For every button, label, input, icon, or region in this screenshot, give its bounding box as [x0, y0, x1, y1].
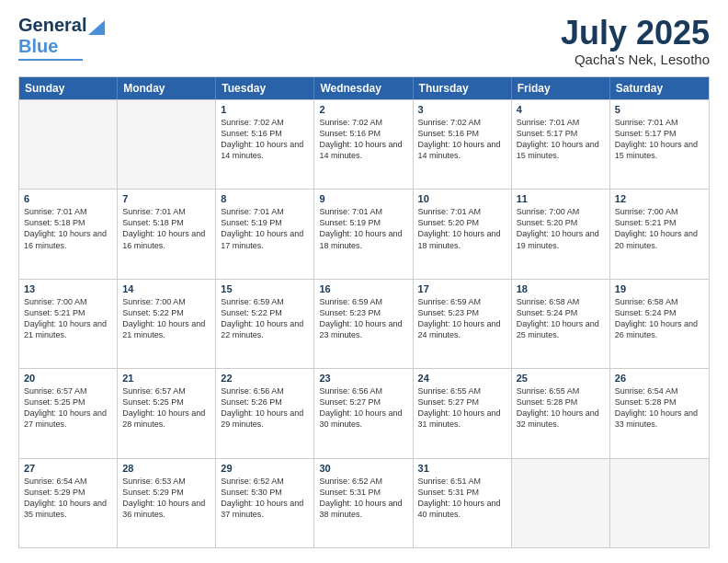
cell-day-number: 22	[221, 373, 309, 384]
calendar-cell: 18Sunrise: 6:58 AMSunset: 5:24 PMDayligh…	[512, 280, 610, 368]
cell-day-number: 16	[319, 283, 407, 294]
cell-info: Sunrise: 6:58 AMSunset: 5:24 PMDaylight:…	[517, 296, 605, 341]
cell-info: Sunrise: 6:57 AMSunset: 5:25 PMDaylight:…	[24, 385, 112, 431]
calendar-body: 1Sunrise: 7:02 AMSunset: 5:16 PMDaylight…	[19, 99, 709, 547]
calendar-cell: 16Sunrise: 6:59 AMSunset: 5:23 PMDayligh…	[314, 280, 413, 368]
cell-info: Sunrise: 7:01 AMSunset: 5:18 PMDaylight:…	[122, 206, 210, 251]
cell-info: Sunrise: 7:01 AMSunset: 5:18 PMDaylight:…	[24, 206, 112, 251]
header-day-wednesday: Wednesday	[314, 77, 413, 99]
header-day-thursday: Thursday	[414, 77, 512, 99]
cell-info: Sunrise: 6:56 AMSunset: 5:27 PMDaylight:…	[319, 385, 407, 431]
calendar-cell: 17Sunrise: 6:59 AMSunset: 5:23 PMDayligh…	[414, 280, 512, 368]
logo-text-general: General	[18, 15, 86, 36]
calendar: SundayMondayTuesdayWednesdayThursdayFrid…	[18, 76, 710, 548]
cell-day-number: 15	[221, 283, 309, 294]
cell-info: Sunrise: 7:01 AMSunset: 5:17 PMDaylight:…	[615, 117, 704, 162]
cell-day-number: 28	[122, 463, 210, 474]
calendar-cell: 31Sunrise: 6:51 AMSunset: 5:31 PMDayligh…	[414, 459, 512, 547]
calendar-week-4: 20Sunrise: 6:57 AMSunset: 5:25 PMDayligh…	[19, 368, 709, 457]
cell-day-number: 2	[319, 104, 407, 115]
cell-info: Sunrise: 6:52 AMSunset: 5:30 PMDaylight:…	[221, 476, 309, 521]
cell-info: Sunrise: 7:00 AMSunset: 5:21 PMDaylight:…	[615, 206, 704, 251]
cell-info: Sunrise: 7:02 AMSunset: 5:16 PMDaylight:…	[319, 117, 407, 162]
cell-day-number: 27	[24, 463, 112, 474]
cell-day-number: 8	[221, 193, 309, 204]
cell-info: Sunrise: 7:01 AMSunset: 5:19 PMDaylight:…	[221, 206, 309, 251]
cell-info: Sunrise: 7:01 AMSunset: 5:19 PMDaylight:…	[319, 206, 407, 251]
page: General Blue July 2025 Qacha's Nek, Leso…	[0, 0, 728, 563]
cell-info: Sunrise: 7:00 AMSunset: 5:22 PMDaylight:…	[122, 296, 210, 341]
calendar-cell: 19Sunrise: 6:58 AMSunset: 5:24 PMDayligh…	[610, 280, 709, 368]
logo-arrow-icon	[88, 17, 105, 35]
cell-day-number: 21	[122, 373, 210, 384]
header-day-sunday: Sunday	[19, 77, 118, 99]
cell-info: Sunrise: 6:56 AMSunset: 5:26 PMDaylight:…	[221, 385, 309, 431]
cell-info: Sunrise: 7:00 AMSunset: 5:21 PMDaylight:…	[24, 296, 112, 341]
calendar-cell	[512, 459, 610, 547]
cell-day-number: 12	[615, 193, 704, 204]
calendar-week-2: 6Sunrise: 7:01 AMSunset: 5:18 PMDaylight…	[19, 189, 709, 278]
header-day-tuesday: Tuesday	[216, 77, 314, 99]
calendar-cell: 24Sunrise: 6:55 AMSunset: 5:27 PMDayligh…	[414, 369, 512, 457]
calendar-week-1: 1Sunrise: 7:02 AMSunset: 5:16 PMDaylight…	[19, 99, 709, 189]
calendar-week-5: 27Sunrise: 6:54 AMSunset: 5:29 PMDayligh…	[19, 458, 709, 547]
calendar-cell: 27Sunrise: 6:54 AMSunset: 5:29 PMDayligh…	[19, 459, 118, 547]
calendar-title: July 2025	[561, 15, 710, 52]
cell-info: Sunrise: 6:55 AMSunset: 5:27 PMDaylight:…	[418, 385, 506, 431]
cell-info: Sunrise: 7:01 AMSunset: 5:20 PMDaylight:…	[418, 206, 506, 251]
cell-info: Sunrise: 6:51 AMSunset: 5:31 PMDaylight:…	[418, 476, 506, 521]
cell-day-number: 9	[319, 193, 407, 204]
cell-day-number: 11	[517, 193, 605, 204]
calendar-cell: 30Sunrise: 6:52 AMSunset: 5:31 PMDayligh…	[314, 459, 413, 547]
cell-day-number: 29	[221, 463, 309, 474]
cell-day-number: 19	[615, 283, 704, 294]
calendar-cell: 5Sunrise: 7:01 AMSunset: 5:17 PMDaylight…	[610, 100, 709, 189]
cell-day-number: 13	[24, 283, 112, 294]
cell-day-number: 1	[221, 104, 309, 115]
cell-info: Sunrise: 6:59 AMSunset: 5:22 PMDaylight:…	[221, 296, 309, 341]
cell-info: Sunrise: 7:01 AMSunset: 5:17 PMDaylight:…	[517, 117, 605, 162]
calendar-cell: 6Sunrise: 7:01 AMSunset: 5:18 PMDaylight…	[19, 190, 118, 278]
calendar-subtitle: Qacha's Nek, Lesotho	[561, 52, 710, 67]
calendar-cell	[19, 100, 118, 189]
calendar-cell: 29Sunrise: 6:52 AMSunset: 5:30 PMDayligh…	[216, 459, 314, 547]
calendar-cell: 9Sunrise: 7:01 AMSunset: 5:19 PMDaylight…	[314, 190, 413, 278]
header: General Blue July 2025 Qacha's Nek, Leso…	[18, 15, 710, 67]
cell-info: Sunrise: 7:02 AMSunset: 5:16 PMDaylight:…	[221, 117, 309, 162]
cell-day-number: 6	[24, 193, 112, 204]
calendar-cell: 4Sunrise: 7:01 AMSunset: 5:17 PMDaylight…	[512, 100, 610, 189]
calendar-cell: 3Sunrise: 7:02 AMSunset: 5:16 PMDaylight…	[414, 100, 512, 189]
calendar-cell: 15Sunrise: 6:59 AMSunset: 5:22 PMDayligh…	[216, 280, 314, 368]
header-day-monday: Monday	[118, 77, 216, 99]
cell-day-number: 20	[24, 373, 112, 384]
calendar-cell: 10Sunrise: 7:01 AMSunset: 5:20 PMDayligh…	[414, 190, 512, 278]
calendar-cell: 14Sunrise: 7:00 AMSunset: 5:22 PMDayligh…	[118, 280, 216, 368]
calendar-cell: 23Sunrise: 6:56 AMSunset: 5:27 PMDayligh…	[314, 369, 413, 457]
cell-day-number: 7	[122, 193, 210, 204]
cell-day-number: 5	[615, 104, 704, 115]
calendar-cell: 22Sunrise: 6:56 AMSunset: 5:26 PMDayligh…	[216, 369, 314, 457]
cell-day-number: 25	[517, 373, 605, 384]
header-day-friday: Friday	[512, 77, 610, 99]
cell-info: Sunrise: 6:59 AMSunset: 5:23 PMDaylight:…	[418, 296, 506, 341]
cell-info: Sunrise: 6:58 AMSunset: 5:24 PMDaylight:…	[615, 296, 704, 341]
cell-day-number: 17	[418, 283, 506, 294]
logo: General Blue	[18, 15, 105, 61]
cell-day-number: 30	[319, 463, 407, 474]
calendar-cell: 21Sunrise: 6:57 AMSunset: 5:25 PMDayligh…	[118, 369, 216, 457]
svg-marker-0	[88, 20, 105, 35]
cell-day-number: 31	[418, 463, 506, 474]
cell-info: Sunrise: 7:00 AMSunset: 5:20 PMDaylight:…	[517, 206, 605, 251]
cell-day-number: 24	[418, 373, 506, 384]
cell-day-number: 26	[615, 373, 704, 384]
logo-text-blue: Blue	[18, 36, 58, 57]
cell-day-number: 18	[517, 283, 605, 294]
cell-info: Sunrise: 6:59 AMSunset: 5:23 PMDaylight:…	[319, 296, 407, 341]
calendar-cell: 8Sunrise: 7:01 AMSunset: 5:19 PMDaylight…	[216, 190, 314, 278]
cell-day-number: 3	[418, 104, 506, 115]
cell-info: Sunrise: 6:53 AMSunset: 5:29 PMDaylight:…	[122, 476, 210, 521]
cell-info: Sunrise: 7:02 AMSunset: 5:16 PMDaylight:…	[418, 117, 506, 162]
calendar-cell: 1Sunrise: 7:02 AMSunset: 5:16 PMDaylight…	[216, 100, 314, 189]
cell-info: Sunrise: 6:57 AMSunset: 5:25 PMDaylight:…	[122, 385, 210, 431]
calendar-cell: 11Sunrise: 7:00 AMSunset: 5:20 PMDayligh…	[512, 190, 610, 278]
